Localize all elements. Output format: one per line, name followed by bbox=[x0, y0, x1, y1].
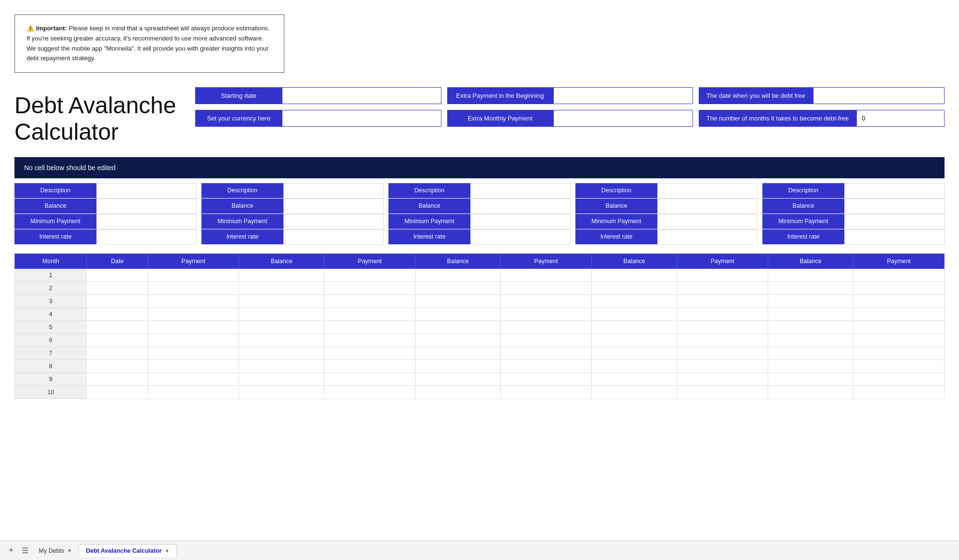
field-debt-free-date[interactable] bbox=[813, 87, 945, 104]
debt-minpay-input-5[interactable] bbox=[844, 214, 945, 229]
month-num[interactable]: 4 bbox=[15, 307, 87, 320]
table-cell[interactable] bbox=[591, 294, 677, 307]
table-cell[interactable] bbox=[677, 333, 768, 347]
table-cell[interactable] bbox=[591, 307, 677, 320]
table-cell[interactable] bbox=[591, 386, 677, 399]
table-cell[interactable] bbox=[239, 281, 324, 294]
debt-interest-input-2[interactable] bbox=[283, 229, 384, 245]
field-currency[interactable] bbox=[282, 110, 441, 127]
table-cell[interactable] bbox=[415, 333, 501, 347]
table-cell[interactable] bbox=[591, 333, 677, 347]
table-cell[interactable] bbox=[853, 294, 945, 307]
table-cell[interactable] bbox=[239, 268, 324, 281]
month-num[interactable]: 5 bbox=[15, 320, 87, 333]
table-cell[interactable] bbox=[415, 347, 501, 360]
table-cell[interactable] bbox=[677, 281, 768, 294]
debt-desc-input-2[interactable] bbox=[283, 183, 384, 199]
table-cell[interactable] bbox=[677, 373, 768, 386]
table-cell[interactable] bbox=[591, 360, 677, 373]
table-cell[interactable] bbox=[148, 333, 239, 347]
table-cell[interactable] bbox=[677, 268, 768, 281]
table-cell[interactable] bbox=[677, 320, 768, 333]
tab-debt-avalanche[interactable]: Debt Avalanche Calculator ▼ bbox=[79, 544, 176, 557]
table-cell[interactable] bbox=[677, 360, 768, 373]
table-cell[interactable] bbox=[415, 281, 501, 294]
table-cell[interactable] bbox=[324, 268, 415, 281]
table-cell[interactable] bbox=[148, 268, 239, 281]
table-cell[interactable] bbox=[324, 281, 415, 294]
table-cell[interactable] bbox=[324, 373, 415, 386]
table-cell[interactable] bbox=[677, 294, 768, 307]
table-cell[interactable] bbox=[501, 320, 592, 333]
table-cell[interactable] bbox=[148, 373, 239, 386]
table-cell[interactable] bbox=[591, 281, 677, 294]
debt-bal-input-3[interactable] bbox=[470, 199, 571, 214]
table-cell[interactable] bbox=[768, 360, 853, 373]
table-cell[interactable] bbox=[853, 360, 945, 373]
table-cell[interactable] bbox=[148, 347, 239, 360]
table-cell[interactable] bbox=[87, 347, 148, 360]
table-cell[interactable] bbox=[768, 347, 853, 360]
table-cell[interactable] bbox=[501, 333, 592, 347]
table-cell[interactable] bbox=[324, 320, 415, 333]
debt-minpay-input-2[interactable] bbox=[283, 214, 384, 229]
month-num[interactable]: 7 bbox=[15, 347, 87, 360]
month-num[interactable]: 9 bbox=[15, 373, 87, 386]
table-cell[interactable] bbox=[768, 373, 853, 386]
debt-minpay-input-3[interactable] bbox=[470, 214, 571, 229]
table-cell[interactable] bbox=[591, 320, 677, 333]
field-starting-date[interactable] bbox=[282, 87, 441, 104]
month-num[interactable]: 1 bbox=[15, 268, 87, 281]
table-cell[interactable] bbox=[87, 333, 148, 347]
table-cell[interactable] bbox=[324, 307, 415, 320]
table-cell[interactable] bbox=[324, 294, 415, 307]
table-cell[interactable] bbox=[87, 294, 148, 307]
table-cell[interactable] bbox=[239, 373, 324, 386]
table-cell[interactable] bbox=[501, 373, 592, 386]
table-cell[interactable] bbox=[853, 347, 945, 360]
table-cell[interactable] bbox=[853, 320, 945, 333]
debt-interest-input-4[interactable] bbox=[657, 229, 758, 245]
debt-interest-input-1[interactable] bbox=[96, 229, 197, 245]
table-cell[interactable] bbox=[768, 281, 853, 294]
debt-interest-input-5[interactable] bbox=[844, 229, 945, 245]
field-extra-monthly[interactable] bbox=[553, 110, 693, 127]
table-cell[interactable] bbox=[87, 281, 148, 294]
table-cell[interactable] bbox=[853, 281, 945, 294]
table-cell[interactable] bbox=[591, 347, 677, 360]
debt-bal-input-4[interactable] bbox=[657, 199, 758, 214]
table-cell[interactable] bbox=[853, 268, 945, 281]
table-cell[interactable] bbox=[239, 333, 324, 347]
debt-minpay-input-1[interactable] bbox=[96, 214, 197, 229]
table-cell[interactable] bbox=[768, 386, 853, 399]
table-cell[interactable] bbox=[239, 307, 324, 320]
debt-bal-input-1[interactable] bbox=[96, 199, 197, 214]
table-cell[interactable] bbox=[324, 347, 415, 360]
month-num[interactable]: 6 bbox=[15, 333, 87, 347]
table-cell[interactable] bbox=[324, 360, 415, 373]
table-cell[interactable] bbox=[324, 386, 415, 399]
debt-desc-input-4[interactable] bbox=[657, 183, 758, 199]
table-cell[interactable] bbox=[768, 333, 853, 347]
table-cell[interactable] bbox=[87, 373, 148, 386]
table-cell[interactable] bbox=[501, 386, 592, 399]
table-cell[interactable] bbox=[239, 347, 324, 360]
table-cell[interactable] bbox=[415, 373, 501, 386]
table-cell[interactable] bbox=[239, 320, 324, 333]
table-cell[interactable] bbox=[591, 373, 677, 386]
debt-bal-input-2[interactable] bbox=[283, 199, 384, 214]
table-cell[interactable] bbox=[239, 386, 324, 399]
debt-desc-input-1[interactable] bbox=[96, 183, 197, 199]
tab-my-debts[interactable]: My Debts ▼ bbox=[32, 545, 79, 557]
table-cell[interactable] bbox=[148, 294, 239, 307]
month-num[interactable]: 2 bbox=[15, 281, 87, 294]
table-cell[interactable] bbox=[415, 307, 501, 320]
table-cell[interactable] bbox=[87, 386, 148, 399]
sheet-menu-button[interactable]: ☰ bbox=[18, 544, 32, 557]
month-num[interactable]: 10 bbox=[15, 386, 87, 399]
table-cell[interactable] bbox=[677, 386, 768, 399]
table-cell[interactable] bbox=[239, 294, 324, 307]
debt-minpay-input-4[interactable] bbox=[657, 214, 758, 229]
table-cell[interactable] bbox=[501, 294, 592, 307]
table-cell[interactable] bbox=[148, 360, 239, 373]
